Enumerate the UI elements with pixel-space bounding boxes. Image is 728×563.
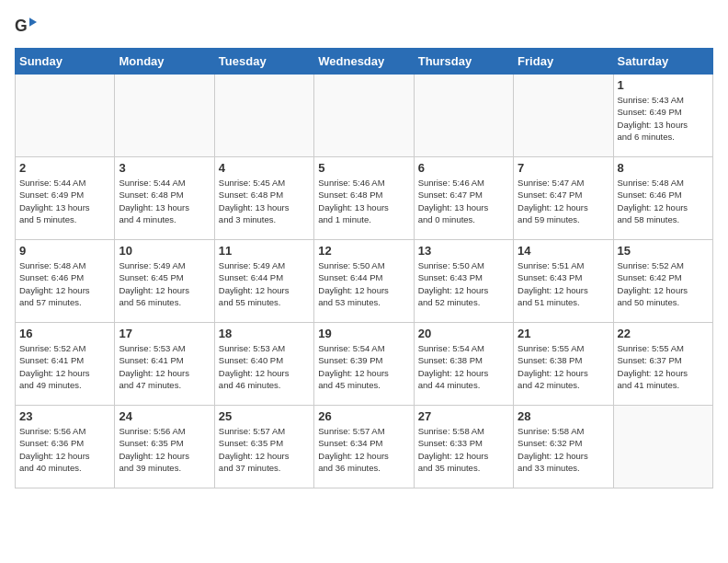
- day-number: 21: [518, 327, 609, 340]
- day-info: Sunrise: 5:58 AM Sunset: 6:33 PM Dayligh…: [418, 425, 509, 474]
- calendar-cell: [16, 75, 115, 157]
- calendar-cell: 8Sunrise: 5:48 AM Sunset: 6:46 PM Daylig…: [613, 157, 712, 240]
- day-number: 20: [418, 327, 509, 340]
- calendar-cell: [314, 75, 414, 157]
- calendar-cell: 19Sunrise: 5:54 AM Sunset: 6:39 PM Dayli…: [314, 323, 414, 406]
- day-info: Sunrise: 5:50 AM Sunset: 6:44 PM Dayligh…: [318, 259, 409, 308]
- calendar-cell: 14Sunrise: 5:51 AM Sunset: 6:43 PM Dayli…: [514, 240, 613, 323]
- calendar-cell: [115, 75, 214, 157]
- day-number: 2: [19, 161, 110, 175]
- header-day-thursday: Thursday: [414, 49, 513, 75]
- day-info: Sunrise: 5:54 AM Sunset: 6:38 PM Dayligh…: [418, 342, 509, 391]
- day-info: Sunrise: 5:58 AM Sunset: 6:32 PM Dayligh…: [518, 425, 609, 474]
- day-info: Sunrise: 5:44 AM Sunset: 6:49 PM Dayligh…: [19, 177, 110, 225]
- logo: G: [15, 15, 40, 37]
- week-row-4: 16Sunrise: 5:52 AM Sunset: 6:41 PM Dayli…: [16, 323, 713, 406]
- day-info: Sunrise: 5:51 AM Sunset: 6:43 PM Dayligh…: [518, 259, 609, 308]
- calendar-cell: 12Sunrise: 5:50 AM Sunset: 6:44 PM Dayli…: [314, 240, 414, 323]
- logo-icon: G: [15, 15, 37, 37]
- header-day-monday: Monday: [115, 49, 214, 75]
- day-number: 22: [618, 327, 709, 340]
- day-number: 9: [19, 244, 110, 258]
- calendar-cell: 28Sunrise: 5:58 AM Sunset: 6:32 PM Dayli…: [514, 406, 613, 488]
- calendar-cell: 2Sunrise: 5:44 AM Sunset: 6:49 PM Daylig…: [16, 157, 115, 240]
- header-row: SundayMondayTuesdayWednesdayThursdayFrid…: [16, 49, 713, 75]
- day-number: 12: [318, 244, 409, 258]
- day-info: Sunrise: 5:52 AM Sunset: 6:42 PM Dayligh…: [618, 259, 709, 308]
- calendar-cell: 5Sunrise: 5:46 AM Sunset: 6:48 PM Daylig…: [314, 157, 414, 240]
- calendar-cell: 27Sunrise: 5:58 AM Sunset: 6:33 PM Dayli…: [414, 406, 513, 488]
- day-number: 6: [418, 161, 509, 175]
- day-info: Sunrise: 5:46 AM Sunset: 6:48 PM Dayligh…: [318, 177, 409, 225]
- day-info: Sunrise: 5:54 AM Sunset: 6:39 PM Dayligh…: [318, 342, 409, 391]
- day-number: 15: [618, 244, 709, 258]
- calendar-table: SundayMondayTuesdayWednesdayThursdayFrid…: [15, 48, 713, 488]
- day-number: 17: [119, 327, 210, 340]
- week-row-2: 2Sunrise: 5:44 AM Sunset: 6:49 PM Daylig…: [16, 157, 713, 240]
- calendar-cell: 20Sunrise: 5:54 AM Sunset: 6:38 PM Dayli…: [414, 323, 513, 406]
- day-number: 23: [19, 409, 110, 423]
- day-info: Sunrise: 5:53 AM Sunset: 6:41 PM Dayligh…: [119, 342, 210, 391]
- day-number: 19: [318, 327, 409, 340]
- day-info: Sunrise: 5:48 AM Sunset: 6:46 PM Dayligh…: [19, 259, 110, 308]
- day-info: Sunrise: 5:43 AM Sunset: 6:49 PM Dayligh…: [618, 94, 709, 143]
- calendar-cell: 21Sunrise: 5:55 AM Sunset: 6:38 PM Dayli…: [514, 323, 613, 406]
- day-info: Sunrise: 5:44 AM Sunset: 6:48 PM Dayligh…: [119, 177, 210, 225]
- calendar-cell: 3Sunrise: 5:44 AM Sunset: 6:48 PM Daylig…: [115, 157, 214, 240]
- week-row-5: 23Sunrise: 5:56 AM Sunset: 6:36 PM Dayli…: [16, 406, 713, 488]
- header-day-sunday: Sunday: [16, 49, 115, 75]
- header: G: [15, 15, 713, 37]
- day-number: 1: [618, 78, 709, 92]
- day-number: 5: [318, 161, 409, 175]
- calendar-cell: 23Sunrise: 5:56 AM Sunset: 6:36 PM Dayli…: [16, 406, 115, 488]
- calendar-cell: 6Sunrise: 5:46 AM Sunset: 6:47 PM Daylig…: [414, 157, 513, 240]
- calendar-cell: [514, 75, 613, 157]
- calendar-cell: 22Sunrise: 5:55 AM Sunset: 6:37 PM Dayli…: [613, 323, 712, 406]
- calendar-cell: 11Sunrise: 5:49 AM Sunset: 6:44 PM Dayli…: [214, 240, 313, 323]
- calendar-cell: 7Sunrise: 5:47 AM Sunset: 6:47 PM Daylig…: [514, 157, 613, 240]
- week-row-3: 9Sunrise: 5:48 AM Sunset: 6:46 PM Daylig…: [16, 240, 713, 323]
- day-number: 13: [418, 244, 509, 258]
- day-number: 25: [219, 409, 310, 423]
- day-number: 26: [318, 409, 409, 423]
- day-number: 16: [19, 327, 110, 340]
- day-number: 3: [119, 161, 210, 175]
- day-info: Sunrise: 5:57 AM Sunset: 6:35 PM Dayligh…: [219, 425, 310, 474]
- day-info: Sunrise: 5:49 AM Sunset: 6:44 PM Dayligh…: [219, 259, 310, 308]
- calendar-cell: 26Sunrise: 5:57 AM Sunset: 6:34 PM Dayli…: [314, 406, 414, 488]
- calendar-cell: 1Sunrise: 5:43 AM Sunset: 6:49 PM Daylig…: [613, 75, 712, 157]
- calendar-header: SundayMondayTuesdayWednesdayThursdayFrid…: [16, 49, 713, 75]
- calendar-cell: 17Sunrise: 5:53 AM Sunset: 6:41 PM Dayli…: [115, 323, 214, 406]
- day-info: Sunrise: 5:48 AM Sunset: 6:46 PM Dayligh…: [618, 177, 709, 225]
- calendar-cell: [414, 75, 513, 157]
- day-number: 14: [518, 244, 609, 258]
- calendar-body: 1Sunrise: 5:43 AM Sunset: 6:49 PM Daylig…: [16, 75, 713, 488]
- day-number: 4: [219, 161, 310, 175]
- day-info: Sunrise: 5:56 AM Sunset: 6:35 PM Dayligh…: [119, 425, 210, 474]
- calendar-cell: 9Sunrise: 5:48 AM Sunset: 6:46 PM Daylig…: [16, 240, 115, 323]
- week-row-1: 1Sunrise: 5:43 AM Sunset: 6:49 PM Daylig…: [16, 75, 713, 157]
- calendar-cell: 4Sunrise: 5:45 AM Sunset: 6:48 PM Daylig…: [214, 157, 313, 240]
- day-number: 18: [219, 327, 310, 340]
- calendar-cell: 10Sunrise: 5:49 AM Sunset: 6:45 PM Dayli…: [115, 240, 214, 323]
- svg-marker-1: [29, 17, 37, 27]
- calendar-cell: [613, 406, 712, 488]
- day-info: Sunrise: 5:49 AM Sunset: 6:45 PM Dayligh…: [119, 259, 210, 308]
- header-day-wednesday: Wednesday: [314, 49, 414, 75]
- calendar-cell: 24Sunrise: 5:56 AM Sunset: 6:35 PM Dayli…: [115, 406, 214, 488]
- calendar-cell: 15Sunrise: 5:52 AM Sunset: 6:42 PM Dayli…: [613, 240, 712, 323]
- day-info: Sunrise: 5:50 AM Sunset: 6:43 PM Dayligh…: [418, 259, 509, 308]
- header-day-friday: Friday: [514, 49, 613, 75]
- day-number: 8: [618, 161, 709, 175]
- day-number: 11: [219, 244, 310, 258]
- day-number: 24: [119, 409, 210, 423]
- day-info: Sunrise: 5:56 AM Sunset: 6:36 PM Dayligh…: [19, 425, 110, 474]
- day-info: Sunrise: 5:55 AM Sunset: 6:37 PM Dayligh…: [618, 342, 709, 391]
- day-info: Sunrise: 5:45 AM Sunset: 6:48 PM Dayligh…: [219, 177, 310, 225]
- calendar-cell: 13Sunrise: 5:50 AM Sunset: 6:43 PM Dayli…: [414, 240, 513, 323]
- header-day-tuesday: Tuesday: [214, 49, 313, 75]
- day-number: 7: [518, 161, 609, 175]
- day-info: Sunrise: 5:46 AM Sunset: 6:47 PM Dayligh…: [418, 177, 509, 225]
- calendar-cell: 25Sunrise: 5:57 AM Sunset: 6:35 PM Dayli…: [214, 406, 313, 488]
- day-info: Sunrise: 5:53 AM Sunset: 6:40 PM Dayligh…: [219, 342, 310, 391]
